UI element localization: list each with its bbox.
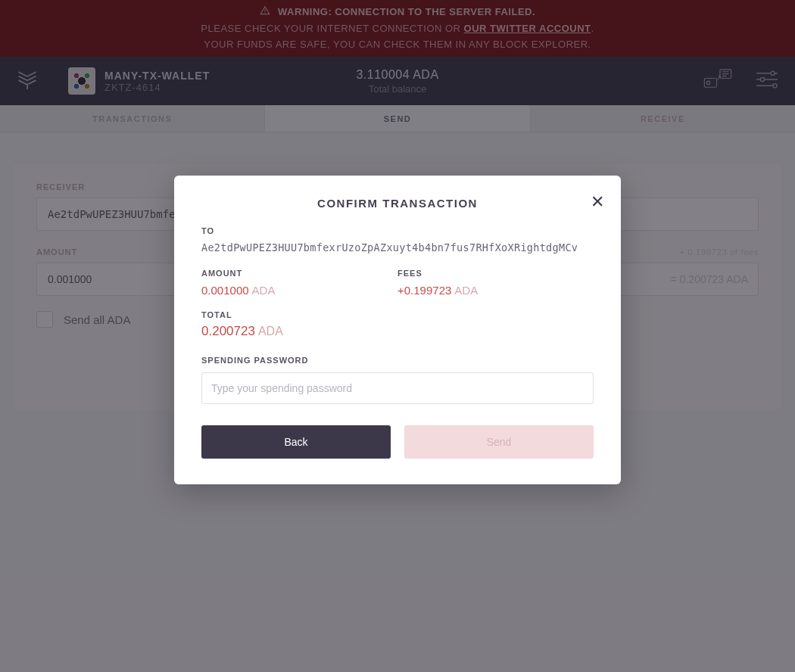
modal-total-value: 0.200723	[201, 324, 255, 338]
send-button[interactable]: Send	[404, 425, 594, 459]
confirm-transaction-modal: CONFIRM TRANSACTION ✕ TO Ae2tdPwUPEZ3HUU…	[174, 176, 621, 484]
close-icon[interactable]: ✕	[591, 192, 604, 212]
modal-title: CONFIRM TRANSACTION	[201, 197, 594, 210]
modal-amount-unit: ADA	[252, 284, 276, 297]
spending-password-input[interactable]	[201, 372, 594, 404]
back-button[interactable]: Back	[201, 425, 391, 459]
modal-total-unit: ADA	[258, 325, 283, 338]
modal-to-label: TO	[201, 226, 594, 235]
modal-total-label: TOTAL	[201, 310, 594, 319]
modal-to-address: Ae2tdPwUPEZ3HUU7bmfexrUzoZpAZxuyt4b4bn7f…	[201, 241, 594, 254]
modal-fees-value: +0.199723	[398, 284, 451, 297]
modal-fees-unit: ADA	[454, 284, 478, 297]
modal-amount-value: 0.001000	[201, 284, 249, 297]
modal-fees-label: FEES	[398, 269, 594, 278]
spending-password-label: SPENDING PASSWORD	[201, 356, 594, 365]
modal-amount-label: AMOUNT	[201, 269, 398, 278]
